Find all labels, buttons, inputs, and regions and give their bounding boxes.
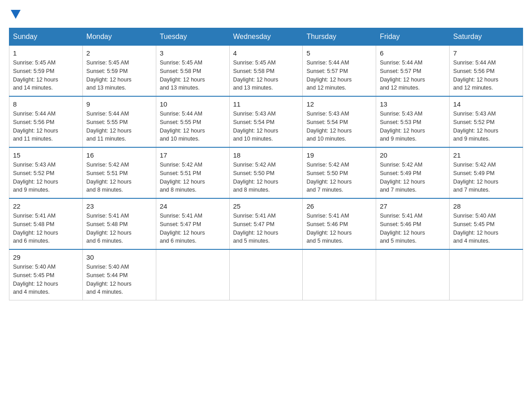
calendar-cell: 22Sunrise: 5:41 AMSunset: 5:48 PMDayligh… xyxy=(9,198,83,249)
calendar-cell: 19Sunrise: 5:42 AMSunset: 5:50 PMDayligh… xyxy=(303,147,376,198)
weekday-header-thursday: Thursday xyxy=(303,28,376,46)
day-number: 16 xyxy=(86,151,152,159)
day-number: 23 xyxy=(86,202,152,210)
day-number: 25 xyxy=(233,202,299,210)
calendar-cell: 8Sunrise: 5:44 AMSunset: 5:56 PMDaylight… xyxy=(9,96,83,147)
calendar-cell: 18Sunrise: 5:42 AMSunset: 5:50 PMDayligh… xyxy=(229,147,303,198)
calendar-cell: 29Sunrise: 5:40 AMSunset: 5:45 PMDayligh… xyxy=(9,249,83,300)
day-info: Sunrise: 5:41 AMSunset: 5:47 PMDaylight:… xyxy=(160,212,226,245)
day-info: Sunrise: 5:42 AMSunset: 5:50 PMDaylight:… xyxy=(306,161,372,194)
day-info: Sunrise: 5:41 AMSunset: 5:47 PMDaylight:… xyxy=(233,212,299,245)
calendar-cell xyxy=(229,249,303,300)
day-info: Sunrise: 5:45 AMSunset: 5:58 PMDaylight:… xyxy=(233,59,299,92)
day-info: Sunrise: 5:40 AMSunset: 5:44 PMDaylight:… xyxy=(86,263,152,296)
day-info: Sunrise: 5:44 AMSunset: 5:57 PMDaylight:… xyxy=(380,59,446,92)
weekday-header-saturday: Saturday xyxy=(450,28,523,46)
day-info: Sunrise: 5:42 AMSunset: 5:51 PMDaylight:… xyxy=(160,161,226,194)
calendar-cell: 15Sunrise: 5:43 AMSunset: 5:52 PMDayligh… xyxy=(9,147,83,198)
day-number: 13 xyxy=(380,100,446,108)
day-number: 10 xyxy=(160,100,226,108)
week-row-2: 8Sunrise: 5:44 AMSunset: 5:56 PMDaylight… xyxy=(9,96,523,147)
calendar-cell: 25Sunrise: 5:41 AMSunset: 5:47 PMDayligh… xyxy=(229,198,303,249)
calendar-cell: 23Sunrise: 5:41 AMSunset: 5:48 PMDayligh… xyxy=(82,198,156,249)
calendar-cell: 9Sunrise: 5:44 AMSunset: 5:55 PMDaylight… xyxy=(82,96,156,147)
day-number: 28 xyxy=(453,202,519,210)
day-info: Sunrise: 5:41 AMSunset: 5:48 PMDaylight:… xyxy=(13,212,79,245)
day-number: 29 xyxy=(13,253,79,261)
day-number: 20 xyxy=(380,151,446,159)
logo xyxy=(9,9,21,19)
week-row-3: 15Sunrise: 5:43 AMSunset: 5:52 PMDayligh… xyxy=(9,147,523,198)
weekday-header-tuesday: Tuesday xyxy=(156,28,229,46)
week-row-4: 22Sunrise: 5:41 AMSunset: 5:48 PMDayligh… xyxy=(9,198,523,249)
day-info: Sunrise: 5:41 AMSunset: 5:46 PMDaylight:… xyxy=(380,212,446,245)
day-number: 3 xyxy=(160,49,226,57)
day-info: Sunrise: 5:45 AMSunset: 5:58 PMDaylight:… xyxy=(160,59,226,92)
day-info: Sunrise: 5:44 AMSunset: 5:55 PMDaylight:… xyxy=(160,110,226,143)
day-info: Sunrise: 5:40 AMSunset: 5:45 PMDaylight:… xyxy=(13,263,79,296)
calendar-cell xyxy=(156,249,229,300)
weekday-header-monday: Monday xyxy=(82,28,156,46)
day-number: 27 xyxy=(380,202,446,210)
day-info: Sunrise: 5:43 AMSunset: 5:54 PMDaylight:… xyxy=(306,110,372,143)
day-info: Sunrise: 5:44 AMSunset: 5:56 PMDaylight:… xyxy=(453,59,519,92)
day-number: 18 xyxy=(233,151,299,159)
calendar-cell: 4Sunrise: 5:45 AMSunset: 5:58 PMDaylight… xyxy=(229,46,303,97)
day-info: Sunrise: 5:41 AMSunset: 5:46 PMDaylight:… xyxy=(306,212,372,245)
weekday-header-sunday: Sunday xyxy=(9,28,83,46)
calendar-cell: 10Sunrise: 5:44 AMSunset: 5:55 PMDayligh… xyxy=(156,96,229,147)
calendar-cell: 13Sunrise: 5:43 AMSunset: 5:53 PMDayligh… xyxy=(376,96,450,147)
day-info: Sunrise: 5:43 AMSunset: 5:52 PMDaylight:… xyxy=(453,110,519,143)
day-number: 19 xyxy=(306,151,372,159)
day-info: Sunrise: 5:43 AMSunset: 5:54 PMDaylight:… xyxy=(233,110,299,143)
svg-marker-0 xyxy=(11,10,21,19)
day-info: Sunrise: 5:45 AMSunset: 5:59 PMDaylight:… xyxy=(86,59,152,92)
day-info: Sunrise: 5:44 AMSunset: 5:56 PMDaylight:… xyxy=(13,110,79,143)
day-info: Sunrise: 5:43 AMSunset: 5:53 PMDaylight:… xyxy=(380,110,446,143)
calendar-cell: 24Sunrise: 5:41 AMSunset: 5:47 PMDayligh… xyxy=(156,198,229,249)
calendar-cell: 16Sunrise: 5:42 AMSunset: 5:51 PMDayligh… xyxy=(82,147,156,198)
calendar-cell xyxy=(450,249,523,300)
day-number: 5 xyxy=(306,49,372,57)
day-number: 1 xyxy=(13,49,79,57)
day-number: 17 xyxy=(160,151,226,159)
calendar-cell: 28Sunrise: 5:40 AMSunset: 5:45 PMDayligh… xyxy=(450,198,523,249)
calendar-cell: 14Sunrise: 5:43 AMSunset: 5:52 PMDayligh… xyxy=(450,96,523,147)
weekday-header-friday: Friday xyxy=(376,28,450,46)
day-number: 12 xyxy=(306,100,372,108)
day-number: 21 xyxy=(453,151,519,159)
day-info: Sunrise: 5:40 AMSunset: 5:45 PMDaylight:… xyxy=(453,212,519,245)
page-header xyxy=(9,9,523,19)
day-info: Sunrise: 5:42 AMSunset: 5:49 PMDaylight:… xyxy=(453,161,519,194)
day-number: 14 xyxy=(453,100,519,108)
calendar-cell: 30Sunrise: 5:40 AMSunset: 5:44 PMDayligh… xyxy=(82,249,156,300)
day-number: 2 xyxy=(86,49,152,57)
day-number: 9 xyxy=(86,100,152,108)
week-row-1: 1Sunrise: 5:45 AMSunset: 5:59 PMDaylight… xyxy=(9,46,523,97)
day-number: 26 xyxy=(306,202,372,210)
calendar-cell: 11Sunrise: 5:43 AMSunset: 5:54 PMDayligh… xyxy=(229,96,303,147)
calendar-cell: 7Sunrise: 5:44 AMSunset: 5:56 PMDaylight… xyxy=(450,46,523,97)
calendar-cell: 5Sunrise: 5:44 AMSunset: 5:57 PMDaylight… xyxy=(303,46,376,97)
day-info: Sunrise: 5:41 AMSunset: 5:48 PMDaylight:… xyxy=(86,212,152,245)
calendar-cell xyxy=(376,249,450,300)
calendar-cell: 3Sunrise: 5:45 AMSunset: 5:58 PMDaylight… xyxy=(156,46,229,97)
weekday-header-row: SundayMondayTuesdayWednesdayThursdayFrid… xyxy=(9,28,523,46)
day-number: 7 xyxy=(453,49,519,57)
calendar-cell: 26Sunrise: 5:41 AMSunset: 5:46 PMDayligh… xyxy=(303,198,376,249)
day-info: Sunrise: 5:42 AMSunset: 5:50 PMDaylight:… xyxy=(233,161,299,194)
day-info: Sunrise: 5:42 AMSunset: 5:49 PMDaylight:… xyxy=(380,161,446,194)
calendar-cell: 21Sunrise: 5:42 AMSunset: 5:49 PMDayligh… xyxy=(450,147,523,198)
calendar-table: SundayMondayTuesdayWednesdayThursdayFrid… xyxy=(9,28,523,300)
calendar-cell xyxy=(303,249,376,300)
day-number: 6 xyxy=(380,49,446,57)
day-info: Sunrise: 5:45 AMSunset: 5:59 PMDaylight:… xyxy=(13,59,79,92)
day-number: 24 xyxy=(160,202,226,210)
day-number: 30 xyxy=(86,253,152,261)
calendar-cell: 2Sunrise: 5:45 AMSunset: 5:59 PMDaylight… xyxy=(82,46,156,97)
calendar-cell: 6Sunrise: 5:44 AMSunset: 5:57 PMDaylight… xyxy=(376,46,450,97)
day-number: 22 xyxy=(13,202,79,210)
day-number: 4 xyxy=(233,49,299,57)
calendar-cell: 27Sunrise: 5:41 AMSunset: 5:46 PMDayligh… xyxy=(376,198,450,249)
calendar-cell: 1Sunrise: 5:45 AMSunset: 5:59 PMDaylight… xyxy=(9,46,83,97)
